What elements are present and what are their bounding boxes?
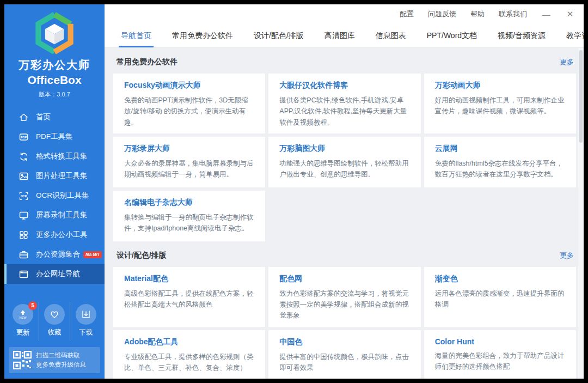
sidebar-item-label: 格式转换工具集 bbox=[36, 151, 88, 161]
tab-infographics[interactable]: 信息图表 bbox=[376, 24, 406, 47]
card-description: 大众必备的录屏神器，集电脑屏幕录制与后期动画视频编辑于一身，简单易用。 bbox=[124, 158, 254, 180]
card-title-link[interactable]: Focusky动画演示大师 bbox=[124, 81, 254, 90]
content-area: 常用免费办公软件 更多 Focusky动画演示大师 免费的动画PPT演示制作软件… bbox=[105, 48, 584, 379]
card-title-link[interactable]: 云展网 bbox=[435, 144, 565, 154]
card-animiz[interactable]: 万彩动画大师 好用的动画视频制作工具，可用来制作企业宣传片，趣味课件视频，微课视… bbox=[424, 74, 576, 133]
card-title-link[interactable]: 万彩动画大师 bbox=[435, 81, 565, 90]
sidebar-item-label: 更多办公小工具 bbox=[36, 230, 88, 240]
card-description: 免费的动画PPT演示制作软件，3D无限缩放/旋转/移动 的切换方式，使演示生动有… bbox=[124, 95, 254, 128]
svg-text:OCR: OCR bbox=[21, 194, 27, 197]
sidebar-item-format-convert[interactable]: 格式转换工具集 bbox=[4, 147, 105, 166]
officebox-logo-icon bbox=[33, 12, 76, 54]
card-description: 专业级配色工具，提供多样的色彩规则（类比、单色、三元群、补色、复合、浓度） bbox=[124, 351, 254, 374]
card-gradient-colors[interactable]: 渐变色 运用各色漂亮的质感渐变，迅速提升界面的格调 bbox=[424, 267, 576, 327]
sidebar-item-more-tools[interactable]: 更多办公小工具 bbox=[4, 225, 105, 245]
card-dayanzai-blog[interactable]: 大眼仔汉化软件博客 提供各类PC软件,绿色软件,手机游戏,安卓APP,汉化软件,… bbox=[268, 74, 420, 133]
sidebar-item-label: 办公网址导航 bbox=[36, 269, 80, 279]
card-title-link[interactable]: 大眼仔汉化软件博客 bbox=[279, 81, 409, 90]
sidebar-item-label: 办公资源集合 bbox=[36, 250, 80, 259]
tab-teaching-resources[interactable]: 教学资源 bbox=[566, 24, 584, 47]
card-adobe-color[interactable]: Adobe配色工具 专业级配色工具，提供多样的色彩规则（类比、单色、三元群、补色… bbox=[113, 330, 265, 379]
card-material-palette[interactable]: Material配色 高级色彩搭配工具，提供在线配色方案，轻松搭配出高端大气的风… bbox=[113, 267, 265, 327]
card-peise-net[interactable]: 配色网 致力色彩搭配方案的交流与学习，将视觉元素按照一定的美学规律，搭配组合成新… bbox=[268, 267, 420, 327]
card-color-hunt[interactable]: Color Hunt 海量的完美色彩组合，致力于帮助产品设计师们更好的选择颜色搭… bbox=[424, 330, 576, 379]
help-link[interactable]: 帮助 bbox=[470, 9, 485, 19]
more-link-free-software[interactable]: 更多 bbox=[560, 57, 574, 67]
card-title-link[interactable]: Adobe配色工具 bbox=[124, 337, 254, 347]
tab-design-color-layout[interactable]: 设计/配色/排版 bbox=[254, 24, 304, 47]
qr-promo-text: 扫描二维码获取 更多免费升级信息 bbox=[36, 351, 86, 370]
feedback-link[interactable]: 问题反馈 bbox=[428, 9, 456, 19]
sidebar-item-office-resources[interactable]: 办公资源集合 NEW! bbox=[4, 245, 105, 264]
ocr-icon: OCR bbox=[19, 191, 29, 201]
card-mindmap-master[interactable]: 万彩脑图大师 功能强大的思维导图绘制软件，轻松帮助用户做出专业、创意的思维导图。 bbox=[268, 137, 420, 187]
card-description: 高级色彩搭配工具，提供在线配色方案，轻松搭配出高端大气的风格颜色 bbox=[124, 288, 254, 311]
sidebar-item-image-tools[interactable]: 图片处理工具集 bbox=[4, 166, 105, 186]
tab-free-office-software[interactable]: 常用免费办公软件 bbox=[172, 24, 233, 47]
svg-text:PDF: PDF bbox=[21, 136, 27, 139]
card-description: 免费的flash/html5杂志在线发布分享平台，数百万狂热的读者在这里分享数字… bbox=[435, 158, 565, 180]
card-yunzhanwang[interactable]: 云展网 免费的flash/html5杂志在线发布分享平台，数百万狂热的读者在这里… bbox=[424, 137, 576, 187]
section-header-design-color: 设计/配色/排版 更多 bbox=[113, 241, 576, 267]
card-title-link[interactable]: 万彩脑图大师 bbox=[279, 144, 409, 154]
scrollbar-thumb[interactable] bbox=[579, 50, 583, 143]
grid-icon bbox=[19, 230, 29, 240]
monitor-icon bbox=[19, 210, 29, 221]
sidebar-item-label: PDF工具集 bbox=[36, 132, 73, 142]
card-title-link[interactable]: 万彩录屏大师 bbox=[124, 144, 254, 154]
app-window: 万彩办公大师 OfficeBox 版本：3.0.7 首页 PDF PDF工具集 bbox=[4, 4, 584, 379]
close-button[interactable]: ✕ bbox=[565, 9, 575, 19]
card-focusky[interactable]: Focusky动画演示大师 免费的动画PPT演示制作软件，3D无限缩放/旋转/移… bbox=[113, 74, 265, 133]
more-link-design-color[interactable]: 更多 bbox=[560, 251, 574, 260]
card-description: 海量的完美色彩组合，致力于帮助产品设计师们更好的选择颜色搭配 bbox=[435, 350, 565, 373]
tab-hd-gallery[interactable]: 高清图库 bbox=[324, 24, 355, 47]
downloads-label: 下载 bbox=[70, 328, 101, 337]
sidebar-item-label: 图片处理工具集 bbox=[36, 171, 88, 181]
downloads-button[interactable]: 下载 bbox=[70, 302, 101, 341]
sidebar-item-home[interactable]: 首页 bbox=[4, 107, 105, 127]
sidebar-item-label: OCR识别工具集 bbox=[36, 191, 89, 200]
sidebar-item-web-navigation[interactable]: 办公网址导航 bbox=[4, 264, 105, 284]
scrollbar[interactable] bbox=[578, 48, 584, 379]
contact-link[interactable]: 联系我们 bbox=[499, 9, 527, 19]
card-description: 提供丰富的中国传统颜色，极具韵味，点击即可看效果 bbox=[279, 351, 409, 374]
tab-nav-home[interactable]: 导航首页 bbox=[121, 24, 151, 47]
home-icon bbox=[19, 112, 29, 123]
card-title-link[interactable]: Color Hunt bbox=[435, 337, 565, 346]
section-header-free-software: 常用免费办公软件 更多 bbox=[113, 48, 576, 74]
svg-text:NEW: NEW bbox=[20, 315, 27, 319]
card-description: 致力色彩搭配方案的交流与学习，将视觉元素按照一定的美学规律，搭配组合成新的视觉形… bbox=[279, 288, 409, 321]
section-title: 设计/配色/排版 bbox=[117, 251, 167, 260]
card-title-link[interactable]: 配色网 bbox=[279, 274, 409, 284]
update-button[interactable]: NEW 5 更新 bbox=[8, 302, 39, 341]
tab-ppt-word-docs[interactable]: PPT/Word文档 bbox=[427, 24, 477, 47]
card-title-link[interactable]: 中国色 bbox=[279, 337, 409, 347]
sidebar-item-pdf-tools[interactable]: PDF PDF工具集 bbox=[4, 127, 105, 147]
update-arrow-icon: NEW bbox=[17, 308, 29, 320]
minimize-button[interactable]: — bbox=[541, 10, 551, 19]
card-title-link[interactable]: 名编辑电子杂志大师 bbox=[124, 198, 254, 208]
card-china-colors[interactable]: 中国色 提供丰富的中国传统颜色，极具韵味，点击即可看效果 bbox=[268, 330, 420, 379]
card-title-link[interactable]: Material配色 bbox=[124, 274, 254, 284]
card-screen-recorder[interactable]: 万彩录屏大师 大众必备的录屏神器，集电脑屏幕录制与后期动画视频编辑于一身，简单易… bbox=[113, 137, 265, 187]
card-grid-free-software: Focusky动画演示大师 免费的动画PPT演示制作软件，3D无限缩放/旋转/移… bbox=[113, 74, 576, 241]
main-area: 配置 问题反馈 帮助 联系我们 — ✕ 导航首页 常用免费办公软件 设计/配色/… bbox=[105, 4, 584, 379]
logo-area: 万彩办公大师 OfficeBox 版本：3.0.7 bbox=[4, 4, 105, 99]
sidebar: 万彩办公大师 OfficeBox 版本：3.0.7 首页 PDF PDF工具集 bbox=[4, 4, 105, 379]
new-badge: NEW! bbox=[83, 251, 102, 258]
tab-video-audio[interactable]: 视频/音频资源 bbox=[498, 24, 546, 47]
settings-link[interactable]: 配置 bbox=[400, 9, 414, 19]
sidebar-item-label: 屏幕录制工具集 bbox=[36, 210, 88, 220]
sidebar-item-screen-record[interactable]: 屏幕录制工具集 bbox=[4, 205, 105, 225]
image-icon bbox=[19, 171, 29, 181]
heart-icon bbox=[49, 309, 60, 320]
sidebar-item-ocr-tools[interactable]: OCR OCR识别工具集 bbox=[4, 186, 105, 205]
card-description: 运用各色漂亮的质感渐变，迅速提升界面的格调 bbox=[435, 288, 565, 311]
favorites-button[interactable]: 收藏 bbox=[39, 302, 70, 341]
card-grid-design-color: Material配色 高级色彩搭配工具，提供在线配色方案，轻松搭配出高端大气的风… bbox=[113, 267, 576, 379]
card-description: 提供各类PC软件,绿色软件,手机游戏,安卓APP,汉化软件,软件教程,坚持每天更… bbox=[279, 95, 409, 128]
card-title-link[interactable]: 渐变色 bbox=[435, 274, 565, 284]
card-flip-ebook-editor[interactable]: 名编辑电子杂志大师 集转换与编辑于一身的翻页电子杂志制作软件，支持Ipad/Ip… bbox=[113, 191, 265, 241]
sidebar-menu: 首页 PDF PDF工具集 格式转换工具集 图片处理工具集 bbox=[4, 107, 105, 284]
titlebar: 配置 问题反馈 帮助 联系我们 — ✕ bbox=[105, 4, 584, 24]
